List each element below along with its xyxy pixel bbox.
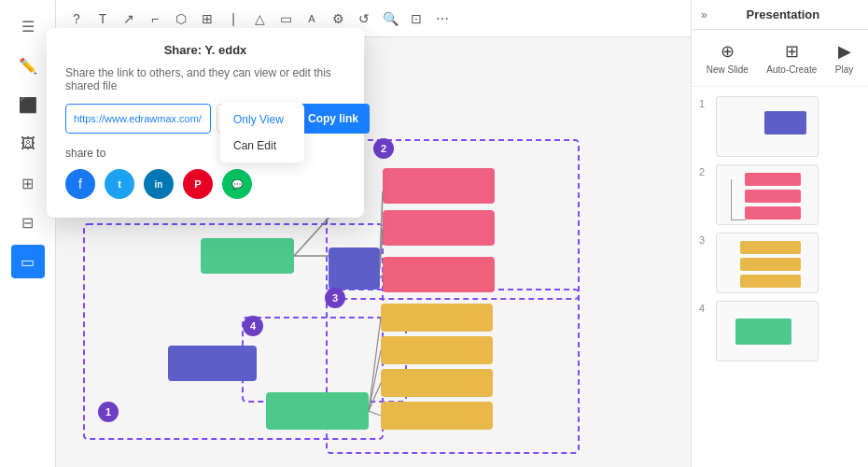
- slide3-box2: [740, 258, 801, 271]
- toolbar-zoom[interactable]: ⊡: [405, 7, 427, 30]
- slide1-box: [764, 111, 806, 134]
- slide-number-3: 3: [699, 233, 710, 246]
- badge-4: 4: [243, 316, 263, 336]
- new-slide-icon: ⊕: [721, 41, 735, 62]
- link-input[interactable]: [65, 104, 211, 134]
- permission-dropdown-menu: Only View Can Edit: [220, 103, 304, 163]
- slide-thumb-4: [716, 301, 819, 361]
- pink-box-3[interactable]: [383, 257, 495, 292]
- pinterest-share-button[interactable]: P: [183, 169, 213, 199]
- sidebar-icon-zoom[interactable]: ⊟: [11, 205, 45, 239]
- toolbar-connector[interactable]: ⌐: [144, 7, 166, 30]
- dialog-title: Share: Y. eddx: [65, 43, 345, 57]
- sidebar-icon-image[interactable]: 🖼: [11, 127, 45, 161]
- toolbar-gear[interactable]: ⚙: [327, 7, 349, 30]
- toolbar-line[interactable]: |: [222, 7, 245, 30]
- expand-icon[interactable]: »: [701, 8, 707, 21]
- wechat-share-button[interactable]: 💬: [222, 169, 252, 199]
- slide2-box2: [745, 190, 801, 203]
- sidebar-icon-shapes[interactable]: ⬛: [11, 88, 45, 121]
- green-box-lower[interactable]: [266, 392, 369, 430]
- facebook-share-button[interactable]: f: [65, 169, 95, 199]
- dialog-description: Share the link to others, and they can v…: [65, 66, 345, 92]
- connector-lower-4: [369, 411, 381, 416]
- toolbar-fill[interactable]: A: [301, 7, 323, 30]
- toolbar-search[interactable]: 🔍: [379, 7, 401, 30]
- slide-item-1[interactable]: 1: [692, 92, 868, 161]
- blue-box-lower[interactable]: [168, 346, 257, 381]
- panel-header: » Presentation: [692, 0, 868, 30]
- share-dialog: Share: Y. eddx Share the link to others,…: [47, 28, 364, 218]
- badge-3: 3: [325, 288, 345, 308]
- slide-list: 1 2 3 4: [692, 87, 868, 460]
- slide2-line: [731, 179, 746, 220]
- slide-thumb-1: [716, 96, 819, 157]
- new-slide-label: New Slide: [707, 64, 749, 75]
- green-box-left[interactable]: [201, 238, 294, 274]
- toolbar-text[interactable]: T: [91, 7, 114, 30]
- toolbar-table[interactable]: ⊞: [196, 7, 218, 30]
- facebook-icon: f: [78, 177, 82, 191]
- panel-title: Presentation: [707, 7, 859, 21]
- toolbar-more[interactable]: ⋯: [431, 7, 454, 30]
- linkedin-share-button[interactable]: in: [144, 169, 174, 199]
- dropdown-only-view[interactable]: Only View: [220, 106, 304, 133]
- toolbar-arrow[interactable]: ↗: [118, 7, 140, 30]
- sidebar-icon-pen[interactable]: ✏️: [11, 49, 45, 82]
- badge-2: 2: [373, 138, 394, 159]
- pinterest-icon: P: [194, 178, 201, 190]
- toolbar-shape[interactable]: ⬡: [170, 7, 192, 30]
- slide-item-4[interactable]: 4: [692, 297, 868, 365]
- sidebar-icon-menu[interactable]: ☰: [11, 9, 45, 43]
- toolbar-rotate[interactable]: ↺: [353, 7, 375, 30]
- slide4-box: [735, 318, 791, 345]
- pink-box-1[interactable]: [383, 168, 495, 204]
- yellow-box-2[interactable]: [381, 336, 493, 364]
- yellow-box-4[interactable]: [381, 402, 493, 430]
- slide-number-4: 4: [699, 301, 710, 314]
- slide-thumb-2: [716, 164, 819, 225]
- badge-1: 1: [98, 402, 119, 422]
- yellow-box-3[interactable]: [381, 369, 493, 397]
- slide-item-2[interactable]: 2: [692, 161, 868, 229]
- right-panel: » Presentation ⊕ New Slide ⊞ Auto-Create…: [691, 0, 868, 467]
- slide3-box3: [740, 275, 801, 288]
- slide-number-2: 2: [699, 164, 710, 177]
- toolbar-rect[interactable]: ▭: [274, 7, 297, 30]
- sidebar-icon-present[interactable]: ▭: [11, 245, 45, 278]
- new-slide-button[interactable]: ⊕ New Slide: [701, 37, 754, 78]
- auto-create-label: Auto-Create: [766, 64, 817, 75]
- twitter-share-button[interactable]: t: [105, 169, 134, 199]
- play-button[interactable]: ▶ Play: [830, 37, 859, 78]
- copy-link-button[interactable]: Copy link: [297, 104, 370, 134]
- wechat-icon: 💬: [231, 179, 243, 190]
- play-label: Play: [835, 64, 853, 75]
- slide2-box1: [745, 173, 801, 186]
- panel-actions: ⊕ New Slide ⊞ Auto-Create ▶ Play: [692, 30, 868, 87]
- purple-box-center[interactable]: [329, 248, 380, 290]
- linkedin-icon: in: [155, 179, 163, 190]
- slide-thumb-3: [716, 233, 819, 293]
- slide2-box3: [745, 206, 801, 219]
- auto-create-button[interactable]: ⊞ Auto-Create: [761, 37, 822, 78]
- slide-number-1: 1: [699, 96, 710, 109]
- slide-item-3[interactable]: 3: [692, 229, 868, 297]
- toolbar-triangle[interactable]: △: [248, 7, 271, 30]
- play-icon: ▶: [838, 41, 851, 62]
- sidebar-icon-table[interactable]: ⊞: [11, 166, 45, 200]
- yellow-box-1[interactable]: [381, 304, 493, 332]
- auto-create-icon: ⊞: [785, 41, 799, 62]
- slide3-box1: [740, 241, 801, 254]
- twitter-icon: t: [118, 178, 121, 190]
- toolbar-help[interactable]: ?: [65, 7, 88, 30]
- social-icons: f t in P 💬: [65, 169, 345, 199]
- pink-box-2[interactable]: [383, 210, 495, 246]
- dropdown-can-edit[interactable]: Can Edit: [220, 133, 304, 159]
